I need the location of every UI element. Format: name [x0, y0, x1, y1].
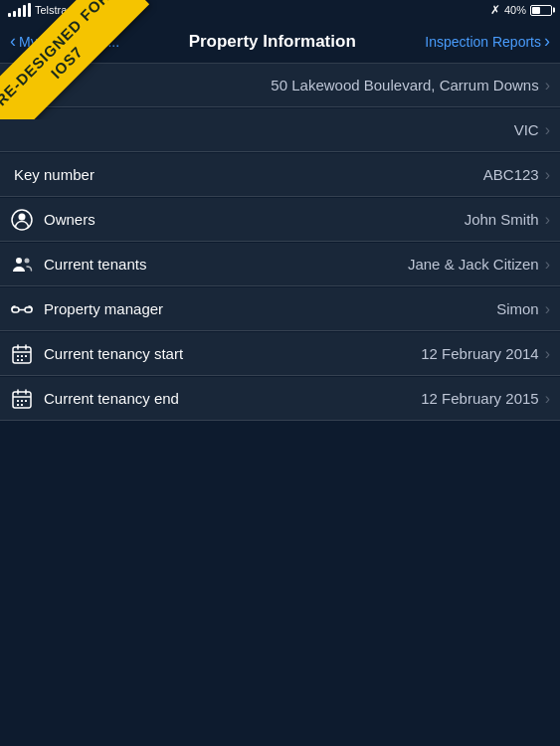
tenancy-end-label: Current tenancy end	[44, 390, 421, 407]
battery-icon	[530, 5, 552, 16]
back-arrow-icon: ‹	[10, 31, 16, 52]
back-button[interactable]: ‹ My Property R...	[10, 31, 119, 52]
calendar-icon	[0, 342, 44, 366]
bluetooth-icon: ✗	[490, 3, 500, 17]
status-left: Telstra ≋	[8, 3, 80, 17]
svg-rect-17	[21, 404, 23, 406]
owners-value: John Smith	[465, 211, 539, 228]
nav-title: Property Information	[119, 32, 425, 52]
list-item-tenancy-start[interactable]: Current tenancy start12 February 2014›	[0, 332, 560, 376]
inspection-reports-label: Inspection Reports	[425, 34, 541, 50]
key-number-row[interactable]: Key number ABC123 ›	[0, 153, 560, 197]
svg-point-2	[16, 258, 22, 264]
tenancy-start-chevron-icon: ›	[545, 345, 550, 363]
carrier-label: Telstra	[35, 4, 67, 16]
svg-rect-4	[12, 307, 19, 312]
property-manager-label: Property manager	[44, 300, 496, 317]
calendar-icon	[0, 387, 44, 411]
address-row[interactable]: 50 Lakewood Boulevard, Carrum Downs ›	[0, 64, 560, 107]
owners-chevron-icon: ›	[545, 211, 550, 229]
list-rows: OwnersJohn Smith›Current tenantsJane & J…	[0, 198, 560, 421]
status-bar: Telstra ≋ ✗ 40%	[0, 0, 560, 20]
list-container: 50 Lakewood Boulevard, Carrum Downs › VI…	[0, 64, 560, 421]
list-item-tenancy-end[interactable]: Current tenancy end12 February 2015›	[0, 377, 560, 421]
svg-rect-10	[17, 359, 19, 361]
people-icon	[0, 253, 44, 277]
glasses-icon	[0, 297, 44, 321]
nav-bar: ‹ My Property R... Property Information …	[0, 20, 560, 64]
current-tenants-value: Jane & Jack Citizen	[408, 256, 539, 273]
tenancy-end-value: 12 February 2015	[421, 390, 538, 407]
state-value: VIC	[514, 121, 539, 138]
svg-rect-11	[21, 359, 23, 361]
svg-point-1	[19, 213, 26, 220]
list-item-property-manager[interactable]: Property managerSimon›	[0, 287, 560, 331]
svg-rect-5	[25, 307, 32, 312]
key-number-chevron-icon: ›	[545, 166, 550, 184]
list-item-current-tenants[interactable]: Current tenantsJane & Jack Citizen›	[0, 243, 560, 286]
status-right: ✗ 40%	[490, 3, 552, 17]
tenancy-start-label: Current tenancy start	[44, 345, 421, 362]
svg-point-3	[25, 258, 30, 263]
person-circle-icon	[0, 208, 44, 232]
back-label: My Property R...	[19, 34, 119, 50]
property-manager-chevron-icon: ›	[545, 300, 550, 318]
inspection-reports-button[interactable]: Inspection Reports ›	[425, 31, 550, 52]
tenancy-start-value: 12 February 2014	[421, 345, 538, 362]
current-tenants-chevron-icon: ›	[545, 256, 550, 274]
tenancy-end-chevron-icon: ›	[545, 390, 550, 408]
svg-rect-8	[21, 355, 23, 357]
state-row[interactable]: VIC ›	[0, 108, 560, 152]
key-number-right: ABC123 ›	[483, 166, 550, 184]
svg-rect-7	[17, 355, 19, 357]
owners-label: Owners	[44, 211, 465, 228]
svg-rect-9	[25, 355, 27, 357]
current-tenants-label: Current tenants	[44, 256, 408, 273]
state-chevron-icon: ›	[545, 121, 550, 139]
key-number-label: Key number	[14, 166, 94, 183]
list-item-owners[interactable]: OwnersJohn Smith›	[0, 198, 560, 242]
battery-percent-label: 40%	[504, 4, 526, 16]
signal-icon	[8, 3, 31, 17]
svg-rect-14	[21, 400, 23, 402]
battery-fill	[532, 7, 540, 14]
key-number-value: ABC123	[483, 166, 539, 183]
property-manager-value: Simon	[496, 300, 539, 317]
svg-rect-13	[17, 400, 19, 402]
svg-rect-16	[17, 404, 19, 406]
wifi-icon: ≋	[71, 4, 80, 17]
address-chevron-icon: ›	[545, 77, 550, 94]
nav-right-arrow-icon: ›	[544, 31, 550, 52]
svg-rect-15	[25, 400, 27, 402]
address-value: 50 Lakewood Boulevard, Carrum Downs	[271, 77, 538, 93]
